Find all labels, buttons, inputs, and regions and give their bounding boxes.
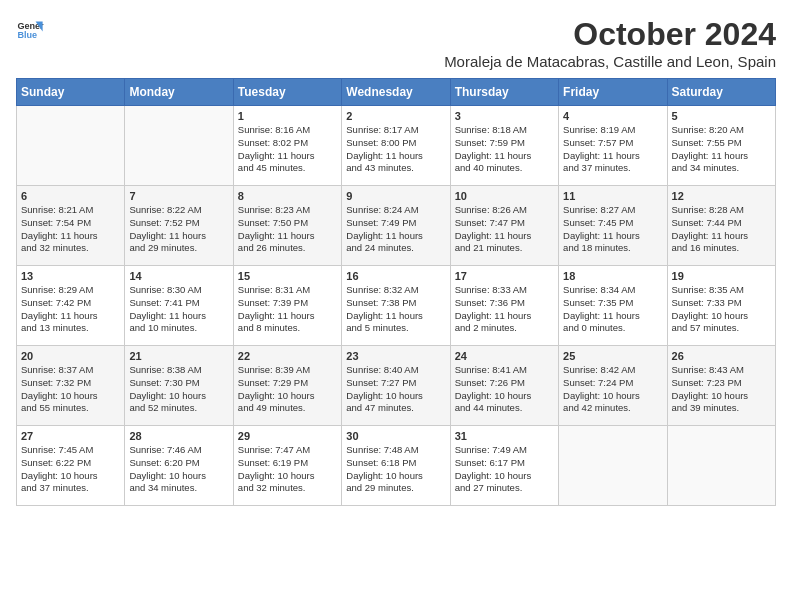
cell-info: Sunrise: 8:22 AM Sunset: 7:52 PM Dayligh… [129,204,228,255]
calendar-cell: 24Sunrise: 8:41 AM Sunset: 7:26 PM Dayli… [450,346,558,426]
day-number: 31 [455,430,554,442]
day-number: 8 [238,190,337,202]
cell-info: Sunrise: 7:48 AM Sunset: 6:18 PM Dayligh… [346,444,445,495]
cell-info: Sunrise: 8:28 AM Sunset: 7:44 PM Dayligh… [672,204,771,255]
calendar-cell: 10Sunrise: 8:26 AM Sunset: 7:47 PM Dayli… [450,186,558,266]
calendar-cell: 9Sunrise: 8:24 AM Sunset: 7:49 PM Daylig… [342,186,450,266]
day-number: 14 [129,270,228,282]
day-number: 5 [672,110,771,122]
calendar-cell: 13Sunrise: 8:29 AM Sunset: 7:42 PM Dayli… [17,266,125,346]
day-number: 29 [238,430,337,442]
header-cell-wednesday: Wednesday [342,79,450,106]
title-block: October 2024 Moraleja de Matacabras, Cas… [444,16,776,70]
day-number: 1 [238,110,337,122]
cell-info: Sunrise: 8:33 AM Sunset: 7:36 PM Dayligh… [455,284,554,335]
calendar-cell: 1Sunrise: 8:16 AM Sunset: 8:02 PM Daylig… [233,106,341,186]
calendar-cell: 19Sunrise: 8:35 AM Sunset: 7:33 PM Dayli… [667,266,775,346]
calendar-cell [667,426,775,506]
cell-info: Sunrise: 8:20 AM Sunset: 7:55 PM Dayligh… [672,124,771,175]
day-number: 27 [21,430,120,442]
cell-info: Sunrise: 8:18 AM Sunset: 7:59 PM Dayligh… [455,124,554,175]
day-number: 4 [563,110,662,122]
day-number: 2 [346,110,445,122]
cell-info: Sunrise: 8:29 AM Sunset: 7:42 PM Dayligh… [21,284,120,335]
cell-info: Sunrise: 8:43 AM Sunset: 7:23 PM Dayligh… [672,364,771,415]
cell-info: Sunrise: 8:19 AM Sunset: 7:57 PM Dayligh… [563,124,662,175]
day-number: 7 [129,190,228,202]
day-number: 13 [21,270,120,282]
page-title: October 2024 [444,16,776,53]
calendar-cell: 8Sunrise: 8:23 AM Sunset: 7:50 PM Daylig… [233,186,341,266]
page-header: General Blue October 2024 Moraleja de Ma… [16,16,776,70]
calendar-cell: 15Sunrise: 8:31 AM Sunset: 7:39 PM Dayli… [233,266,341,346]
calendar-week-row: 1Sunrise: 8:16 AM Sunset: 8:02 PM Daylig… [17,106,776,186]
calendar-cell: 20Sunrise: 8:37 AM Sunset: 7:32 PM Dayli… [17,346,125,426]
cell-info: Sunrise: 8:24 AM Sunset: 7:49 PM Dayligh… [346,204,445,255]
cell-info: Sunrise: 7:49 AM Sunset: 6:17 PM Dayligh… [455,444,554,495]
cell-info: Sunrise: 8:40 AM Sunset: 7:27 PM Dayligh… [346,364,445,415]
day-number: 26 [672,350,771,362]
calendar-cell: 26Sunrise: 8:43 AM Sunset: 7:23 PM Dayli… [667,346,775,426]
calendar-cell: 18Sunrise: 8:34 AM Sunset: 7:35 PM Dayli… [559,266,667,346]
day-number: 10 [455,190,554,202]
calendar-week-row: 27Sunrise: 7:45 AM Sunset: 6:22 PM Dayli… [17,426,776,506]
svg-text:Blue: Blue [17,30,37,40]
calendar-cell: 12Sunrise: 8:28 AM Sunset: 7:44 PM Dayli… [667,186,775,266]
day-number: 9 [346,190,445,202]
cell-info: Sunrise: 8:37 AM Sunset: 7:32 PM Dayligh… [21,364,120,415]
day-number: 15 [238,270,337,282]
cell-info: Sunrise: 8:42 AM Sunset: 7:24 PM Dayligh… [563,364,662,415]
cell-info: Sunrise: 8:26 AM Sunset: 7:47 PM Dayligh… [455,204,554,255]
cell-info: Sunrise: 8:27 AM Sunset: 7:45 PM Dayligh… [563,204,662,255]
cell-info: Sunrise: 8:16 AM Sunset: 8:02 PM Dayligh… [238,124,337,175]
day-number: 6 [21,190,120,202]
day-number: 22 [238,350,337,362]
cell-info: Sunrise: 8:32 AM Sunset: 7:38 PM Dayligh… [346,284,445,335]
calendar-cell: 21Sunrise: 8:38 AM Sunset: 7:30 PM Dayli… [125,346,233,426]
calendar-cell [125,106,233,186]
day-number: 18 [563,270,662,282]
calendar-week-row: 20Sunrise: 8:37 AM Sunset: 7:32 PM Dayli… [17,346,776,426]
calendar-cell: 25Sunrise: 8:42 AM Sunset: 7:24 PM Dayli… [559,346,667,426]
cell-info: Sunrise: 8:17 AM Sunset: 8:00 PM Dayligh… [346,124,445,175]
day-number: 28 [129,430,228,442]
day-number: 24 [455,350,554,362]
day-number: 23 [346,350,445,362]
calendar-cell [17,106,125,186]
header-cell-sunday: Sunday [17,79,125,106]
calendar-header: SundayMondayTuesdayWednesdayThursdayFrid… [17,79,776,106]
calendar-cell: 14Sunrise: 8:30 AM Sunset: 7:41 PM Dayli… [125,266,233,346]
calendar-cell: 11Sunrise: 8:27 AM Sunset: 7:45 PM Dayli… [559,186,667,266]
calendar-cell: 2Sunrise: 8:17 AM Sunset: 8:00 PM Daylig… [342,106,450,186]
calendar-week-row: 13Sunrise: 8:29 AM Sunset: 7:42 PM Dayli… [17,266,776,346]
header-cell-monday: Monday [125,79,233,106]
calendar-table: SundayMondayTuesdayWednesdayThursdayFrid… [16,78,776,506]
cell-info: Sunrise: 8:38 AM Sunset: 7:30 PM Dayligh… [129,364,228,415]
calendar-cell: 23Sunrise: 8:40 AM Sunset: 7:27 PM Dayli… [342,346,450,426]
header-cell-tuesday: Tuesday [233,79,341,106]
calendar-cell: 17Sunrise: 8:33 AM Sunset: 7:36 PM Dayli… [450,266,558,346]
cell-info: Sunrise: 7:47 AM Sunset: 6:19 PM Dayligh… [238,444,337,495]
calendar-cell: 16Sunrise: 8:32 AM Sunset: 7:38 PM Dayli… [342,266,450,346]
cell-info: Sunrise: 7:45 AM Sunset: 6:22 PM Dayligh… [21,444,120,495]
logo: General Blue [16,16,44,44]
cell-info: Sunrise: 8:35 AM Sunset: 7:33 PM Dayligh… [672,284,771,335]
day-number: 19 [672,270,771,282]
calendar-cell: 27Sunrise: 7:45 AM Sunset: 6:22 PM Dayli… [17,426,125,506]
logo-icon: General Blue [16,16,44,44]
header-row: SundayMondayTuesdayWednesdayThursdayFrid… [17,79,776,106]
calendar-cell [559,426,667,506]
cell-info: Sunrise: 8:34 AM Sunset: 7:35 PM Dayligh… [563,284,662,335]
cell-info: Sunrise: 8:39 AM Sunset: 7:29 PM Dayligh… [238,364,337,415]
header-cell-thursday: Thursday [450,79,558,106]
calendar-cell: 7Sunrise: 8:22 AM Sunset: 7:52 PM Daylig… [125,186,233,266]
day-number: 21 [129,350,228,362]
header-cell-friday: Friday [559,79,667,106]
cell-info: Sunrise: 8:31 AM Sunset: 7:39 PM Dayligh… [238,284,337,335]
calendar-cell: 3Sunrise: 8:18 AM Sunset: 7:59 PM Daylig… [450,106,558,186]
calendar-week-row: 6Sunrise: 8:21 AM Sunset: 7:54 PM Daylig… [17,186,776,266]
cell-info: Sunrise: 8:30 AM Sunset: 7:41 PM Dayligh… [129,284,228,335]
calendar-cell: 31Sunrise: 7:49 AM Sunset: 6:17 PM Dayli… [450,426,558,506]
cell-info: Sunrise: 8:23 AM Sunset: 7:50 PM Dayligh… [238,204,337,255]
calendar-cell: 29Sunrise: 7:47 AM Sunset: 6:19 PM Dayli… [233,426,341,506]
